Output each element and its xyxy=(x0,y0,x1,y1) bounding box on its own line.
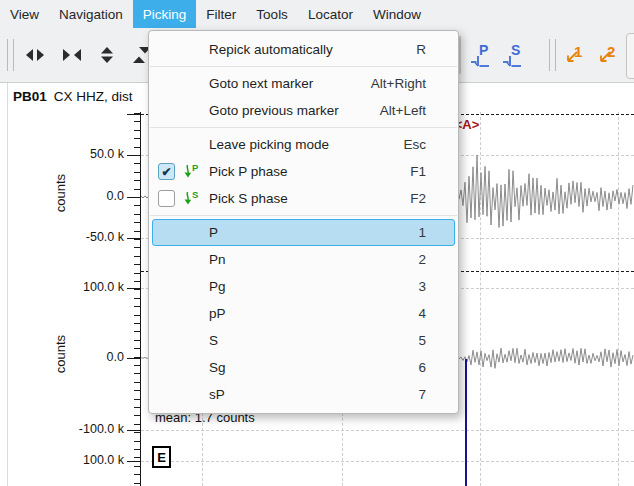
marker-e[interactable]: E xyxy=(152,446,171,468)
menu-item-pick-s-phase[interactable]: SPick S phaseF2 xyxy=(152,185,455,212)
station-label: PB01CX HHZ, dist xyxy=(13,89,133,104)
profile-2-icon: 2 xyxy=(597,44,619,66)
menu-item-shortcut: 7 xyxy=(418,387,426,402)
expand-vertical-button[interactable] xyxy=(94,40,120,70)
menu-item-pick-p-phase[interactable]: ✔PPick P phaseF1 xyxy=(152,158,455,185)
menu-icon-spacer xyxy=(158,305,175,322)
menu-icon-spacer xyxy=(158,278,175,295)
menubar-item-tools[interactable]: Tools xyxy=(246,0,298,28)
menu-item-pn[interactable]: Pn2 xyxy=(152,246,455,273)
expand-horizontal-button[interactable] xyxy=(22,40,48,70)
checkbox-unchecked-icon[interactable] xyxy=(158,190,175,207)
menubar-item-locator[interactable]: Locator xyxy=(298,0,363,28)
toolbar-drag-handle[interactable] xyxy=(549,39,556,71)
menu-item-shortcut: 5 xyxy=(418,333,426,348)
gridline-horizontal xyxy=(141,461,634,462)
svg-text:S: S xyxy=(192,190,198,200)
svg-text:S: S xyxy=(511,42,520,58)
menu-item-shortcut: Alt+Right xyxy=(371,76,426,91)
toolbar-separator xyxy=(459,36,461,74)
expand-vertical-icon xyxy=(98,45,116,65)
menu-separator xyxy=(150,215,457,216)
menu-item-label: Goto previous marker xyxy=(209,103,339,118)
tick-label: 0.0 xyxy=(32,189,124,203)
menubar-item-picking[interactable]: Picking xyxy=(133,0,197,28)
menu-icon-spacer xyxy=(181,251,201,269)
pick-p-phase-icon: P xyxy=(181,163,201,181)
menu-item-shortcut: F1 xyxy=(410,164,426,179)
menu-item-label: sP xyxy=(209,387,225,402)
svg-text:2: 2 xyxy=(607,44,615,60)
time-marker-line[interactable] xyxy=(465,359,467,486)
compress-horizontal-icon xyxy=(61,47,83,63)
axis-ylabel: counts xyxy=(53,174,68,212)
menu-icon-spacer xyxy=(181,224,201,242)
menu-item-goto-previous-marker[interactable]: Goto previous markerAlt+Left xyxy=(152,97,455,124)
axis-ylabel: counts xyxy=(53,335,68,373)
menu-item-label: Repick automatically xyxy=(209,42,333,57)
pick-p-button[interactable]: P xyxy=(469,40,495,70)
menu-item-shortcut: Alt+Left xyxy=(380,103,426,118)
station-meta: CX HHZ, dist xyxy=(54,89,133,104)
pick-s-icon: S xyxy=(502,41,526,69)
menu-icon-spacer xyxy=(158,136,175,153)
profile-2-button[interactable]: 2 xyxy=(595,40,621,70)
tick-label: -50.0 k xyxy=(32,230,124,244)
menu-item-shortcut: 4 xyxy=(418,306,426,321)
profile-1-button[interactable]: 1 xyxy=(562,40,588,70)
toolbar-drag-handle[interactable] xyxy=(7,39,14,71)
expand-horizontal-icon xyxy=(24,47,46,63)
menu-icon-spacer xyxy=(181,386,201,404)
menu-item-p[interactable]: P1 xyxy=(152,219,455,246)
menu-icon-spacer xyxy=(181,305,201,323)
menu-item-label: Sg xyxy=(209,360,226,375)
menu-item-shortcut: 3 xyxy=(418,279,426,294)
menubar-item-navigation[interactable]: Navigation xyxy=(49,0,133,28)
tick-label: -100.0 k xyxy=(32,422,124,436)
menu-item-sg[interactable]: Sg6 xyxy=(152,354,455,381)
menu-item-shortcut: 6 xyxy=(418,360,426,375)
tick-label: 0.0 xyxy=(32,350,124,364)
menu-item-label: Leave picking mode xyxy=(209,137,329,152)
checkbox-checked-icon[interactable]: ✔ xyxy=(158,163,175,180)
profile-1-icon: 1 xyxy=(564,44,586,66)
menu-item-label: P xyxy=(209,225,218,240)
menu-icon-spacer xyxy=(158,359,175,376)
menu-item-goto-next-marker[interactable]: Goto next markerAlt+Right xyxy=(152,70,455,97)
menubar-item-filter[interactable]: Filter xyxy=(196,0,246,28)
compress-horizontal-button[interactable] xyxy=(59,40,85,70)
menu-item-repick-automatically[interactable]: Repick automaticallyR xyxy=(152,36,455,63)
menu-item-pg[interactable]: Pg3 xyxy=(152,273,455,300)
menu-item-shortcut: 2 xyxy=(418,252,426,267)
panel-border xyxy=(7,83,8,486)
menu-item-label: Goto next marker xyxy=(209,76,313,91)
menu-icon-spacer xyxy=(181,359,201,377)
pick-p-icon: P xyxy=(470,41,494,69)
menu-icon-spacer xyxy=(158,251,175,268)
menu-item-leave-picking-mode[interactable]: Leave picking modeEsc xyxy=(152,131,455,158)
menu-item-sp[interactable]: sP7 xyxy=(152,381,455,408)
menu-icon-spacer xyxy=(181,75,201,93)
menu-icon-spacer xyxy=(181,136,201,154)
menu-item-pp[interactable]: pP4 xyxy=(152,300,455,327)
menubar-item-view[interactable]: View xyxy=(0,0,49,28)
menu-separator xyxy=(150,66,457,67)
menu-item-label: Pick P phase xyxy=(209,164,288,179)
station-code: PB01 xyxy=(13,89,47,104)
picking-menu: Repick automaticallyRGoto next markerAlt… xyxy=(148,30,459,414)
svg-text:P: P xyxy=(192,163,199,173)
menu-item-label: pP xyxy=(209,306,226,321)
menubar: ViewNavigationPickingFilterToolsLocatorW… xyxy=(0,0,634,28)
menu-item-shortcut: Esc xyxy=(403,137,426,152)
tick-label: 100.0 k xyxy=(32,280,124,294)
menu-icon-spacer xyxy=(158,75,175,92)
pick-s-phase-icon: S xyxy=(181,190,201,208)
menu-item-label: S xyxy=(209,333,218,348)
menu-item-s[interactable]: S5 xyxy=(152,327,455,354)
menu-icon-spacer xyxy=(181,102,201,120)
pick-s-button[interactable]: S xyxy=(501,40,527,70)
menubar-item-window[interactable]: Window xyxy=(363,0,431,28)
toolbar-group-frame xyxy=(626,33,634,79)
menu-item-shortcut: F2 xyxy=(410,191,426,206)
menu-item-label: Pick S phase xyxy=(209,191,288,206)
